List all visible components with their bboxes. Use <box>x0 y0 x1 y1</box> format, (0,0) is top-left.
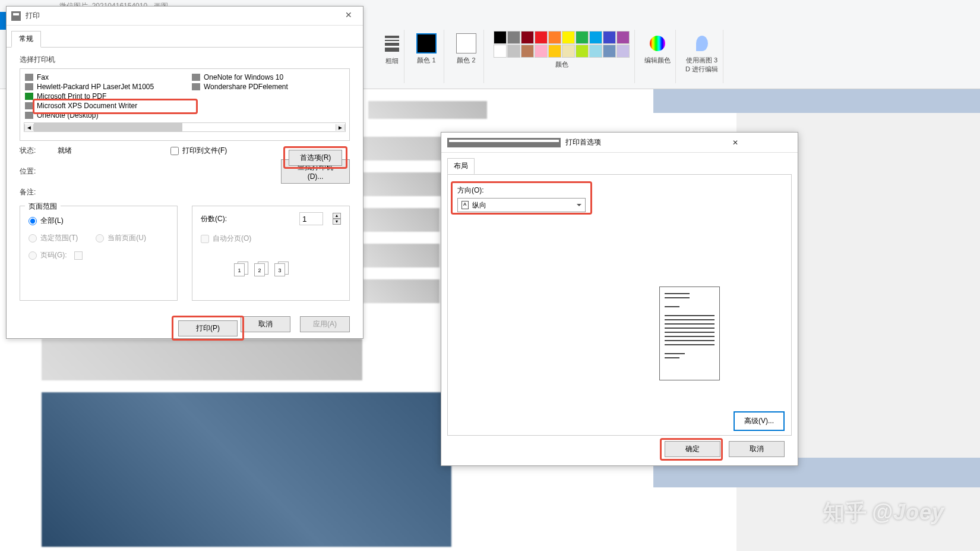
printer-icon <box>25 112 33 119</box>
ribbon-edit-colors[interactable]: 编辑颜色 <box>640 30 676 83</box>
watermark: 知乎@Joey <box>823 498 944 527</box>
printer-item[interactable]: Fax <box>24 73 179 82</box>
status-value: 就绪 <box>58 146 117 156</box>
preferences-button[interactable]: 首选项(R) <box>289 150 342 166</box>
color-swatch[interactable] <box>521 31 534 44</box>
portrait-icon <box>461 201 469 209</box>
tab-layout[interactable]: 布局 <box>447 158 475 175</box>
ribbon-paint3d[interactable]: 使用画图 3 D 进行编辑 <box>681 30 723 83</box>
color-swatch[interactable] <box>589 31 602 44</box>
advanced-button[interactable]: 高级(V)... <box>734 411 785 431</box>
canvas-margin <box>653 89 980 113</box>
cancel-button[interactable]: 取消 <box>729 441 785 457</box>
printer-icon <box>11 11 21 21</box>
print-dialog-title: 打印 <box>26 11 339 21</box>
printer-hscroll[interactable]: ◄ ► <box>24 122 346 132</box>
printer-icon <box>25 93 33 100</box>
radio-all[interactable]: 全部(L) <box>29 216 169 226</box>
color-swatch[interactable] <box>535 31 548 44</box>
color-swatch[interactable] <box>589 45 602 58</box>
spin-down[interactable]: ▼ <box>333 219 341 225</box>
copies-group: 份数(C): ▲▼ 自动分页(O) 11 22 33 <box>192 206 350 301</box>
location-label: 位置: <box>20 166 46 177</box>
close-button[interactable]: ✕ <box>339 10 358 22</box>
ribbon-thickness-group[interactable]: 粗细 <box>380 30 404 83</box>
collate-illustration: 11 22 33 <box>234 262 341 277</box>
color-swatch[interactable] <box>617 31 630 44</box>
ribbon-color1[interactable]: 颜色 1 <box>409 30 444 83</box>
printer-icon <box>25 74 33 81</box>
color-swatch[interactable] <box>535 45 548 58</box>
printer-icon <box>192 74 200 81</box>
pref-dialog-titlebar[interactable]: 打印首选项 ✕ <box>441 133 798 153</box>
printer-icon <box>25 102 33 109</box>
page-preview <box>659 286 720 380</box>
orientation-label: 方向(O): <box>457 185 586 196</box>
color-swatch[interactable] <box>507 45 520 58</box>
color-swatch[interactable] <box>576 31 589 44</box>
status-label: 状态: <box>20 146 46 156</box>
ribbon-thickness-label: 粗细 <box>385 56 399 65</box>
print-to-file-checkbox[interactable]: 打印到文件(F) <box>170 146 227 156</box>
file-menu-strip <box>0 12 6 30</box>
printer-item[interactable]: Hewlett-Packard HP LaserJet M1005 <box>24 82 179 92</box>
pref-dialog-title: 打印首选项 <box>565 137 679 147</box>
print-dialog-footer: 取消 应用(A) <box>241 316 350 332</box>
radio-pages: 页码(G): <box>29 250 169 260</box>
apply-button: 应用(A) <box>300 316 350 332</box>
color-swatch[interactable] <box>507 31 520 44</box>
highlight-ok-button <box>660 438 723 461</box>
remark-label: 备注: <box>20 187 46 197</box>
print-dialog-titlebar[interactable]: 打印 ✕ <box>7 7 363 26</box>
page-range-legend: 页面范围 <box>25 201 61 212</box>
copies-spinner[interactable] <box>299 212 323 225</box>
ribbon-color2[interactable]: 颜色 2 <box>449 30 484 83</box>
color-swatch[interactable] <box>494 31 507 44</box>
print-button[interactable]: 打印(P) <box>178 320 238 336</box>
scroll-left-arrow[interactable]: ◄ <box>24 124 34 131</box>
color-swatch[interactable] <box>617 45 630 58</box>
printer-item[interactable]: OneNote for Windows 10 <box>191 73 346 82</box>
color-swatch[interactable] <box>603 31 616 44</box>
color-swatch[interactable] <box>603 45 616 58</box>
select-printer-label: 选择打印机 <box>20 55 350 65</box>
page-range-group: 页面范围 全部(L) 选定范围(T) 当前页面(U) 页码(G): <box>20 206 178 301</box>
tab-general[interactable]: 常规 <box>11 31 41 48</box>
printer-icon <box>25 83 33 90</box>
radio-current: 当前页面(U) <box>96 233 146 243</box>
scroll-right-arrow[interactable]: ► <box>336 124 345 131</box>
color-swatch[interactable] <box>548 31 561 44</box>
scroll-thumb[interactable] <box>34 123 182 131</box>
ribbon-palette: 颜色 <box>489 30 635 83</box>
cancel-button[interactable]: 取消 <box>241 316 290 332</box>
color-swatch[interactable] <box>494 45 507 58</box>
orientation-value: 纵向 <box>472 200 486 210</box>
collate-checkbox: 自动分页(O) <box>201 234 341 244</box>
spin-up[interactable]: ▲ <box>333 213 341 219</box>
copies-label: 份数(C): <box>201 214 227 224</box>
ribbon: 粗细 颜色 1 颜色 2 颜色 编辑颜色 使用画图 3 D 进行编辑 <box>380 30 974 83</box>
printer-icon <box>447 138 561 147</box>
print-dialog: 打印 ✕ 常规 选择打印机 FaxHewlett-Packard HP Lase… <box>6 6 363 339</box>
pages-input <box>74 251 83 260</box>
color-swatch[interactable] <box>521 45 534 58</box>
highlight-print-button: 打印(P) <box>172 316 244 341</box>
printer-icon <box>192 83 200 90</box>
printer-item[interactable]: Wondershare PDFelement <box>191 82 346 92</box>
color-swatch[interactable] <box>562 45 575 58</box>
radio-selection: 选定范围(T) <box>29 233 78 243</box>
color-swatch[interactable] <box>562 31 575 44</box>
highlight-preferences-button: 首选项(R) <box>283 146 347 169</box>
color-swatch[interactable] <box>548 45 561 58</box>
orientation-select[interactable]: 纵向 <box>457 198 586 212</box>
print-preferences-dialog: 打印首选项 ✕ 布局 方向(O): 纵向 高级(V)... 确定 取消 <box>441 132 798 466</box>
close-button[interactable]: ✕ <box>678 138 792 147</box>
color-swatch[interactable] <box>576 45 589 58</box>
highlight-selected-printer <box>33 99 198 114</box>
highlight-orientation: 方向(O): 纵向 <box>451 181 592 215</box>
